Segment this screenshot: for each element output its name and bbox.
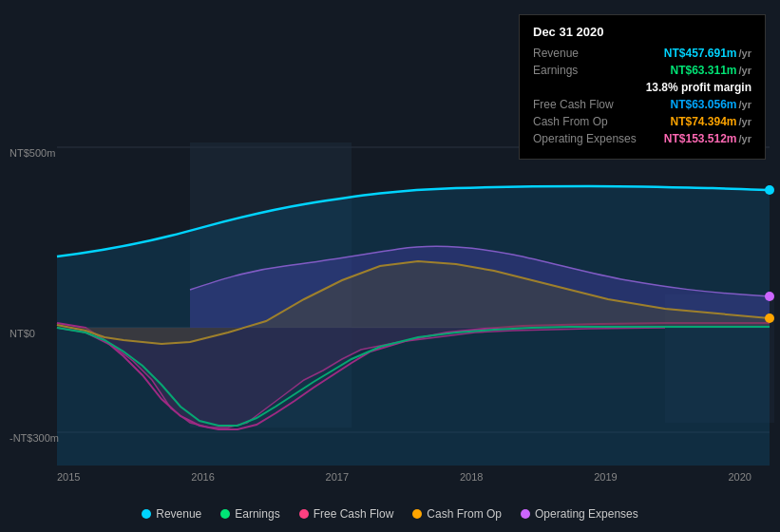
tooltip-date: Dec 31 2020 [533,25,751,39]
svg-point-6 [765,185,774,195]
y-label-500m: NT$500m [10,147,55,159]
legend-label-earnings: Earnings [235,507,279,521]
x-label-2016: 2016 [191,471,214,483]
tooltip-row-opex: Operating Expenses NT$153.512m/yr [533,132,751,145]
legend-dot-cashfromop [412,509,422,519]
y-label-0: NT$0 [10,328,35,339]
tooltip-value-opex: NT$153.512m/yr [664,132,751,145]
tooltip-row-revenue: Revenue NT$457.691m/yr [533,47,751,60]
tooltip-value-cashfromop: NT$74.394m/yr [670,115,751,128]
tooltip-label-fcf: Free Cash Flow [533,98,628,111]
legend-item-opex[interactable]: Operating Expenses [521,507,638,521]
x-label-2017: 2017 [326,471,349,483]
tooltip-row-cashfromop: Cash From Op NT$74.394m/yr [533,115,751,128]
tooltip-value-margin: 13.8% profit margin [646,81,751,94]
tooltip-row-fcf: Free Cash Flow NT$63.056m/yr [533,98,751,111]
legend-item-earnings[interactable]: Earnings [220,507,279,521]
tooltip-box: Dec 31 2020 Revenue NT$457.691m/yr Earni… [519,14,766,160]
legend-label-revenue: Revenue [156,507,201,521]
x-label-2020: 2020 [728,471,751,483]
legend-dot-revenue [142,509,151,519]
tooltip-label-opex: Operating Expenses [533,132,637,145]
x-label-2015: 2015 [57,471,80,483]
legend-dot-opex [521,509,530,519]
tooltip-label-earnings: Earnings [533,64,628,77]
legend-label-opex: Operating Expenses [535,507,638,521]
x-axis: 2015 2016 2017 2018 2019 2020 [0,471,780,483]
legend-dot-earnings [220,509,230,519]
tooltip-value-fcf: NT$63.056m/yr [670,98,751,111]
tooltip-row-earnings: Earnings NT$63.311m/yr [533,64,751,77]
tooltip-value-revenue: NT$457.691m/yr [664,47,751,60]
legend-label-cashfromop: Cash From Op [427,507,502,521]
legend-item-fcf[interactable]: Free Cash Flow [299,507,394,521]
legend-dot-fcf [299,509,309,519]
chart-container: NT$500m NT$0 -NT$300m Dec 31 2020 Revenu… [0,0,780,532]
tooltip-label-cashfromop: Cash From Op [533,115,628,128]
legend-item-revenue[interactable]: Revenue [142,507,201,521]
svg-point-7 [765,292,774,301]
legend-item-cashfromop[interactable]: Cash From Op [412,507,502,521]
legend-label-fcf: Free Cash Flow [314,507,394,521]
tooltip-value-earnings: NT$63.311m/yr [670,64,751,77]
tooltip-label-revenue: Revenue [533,47,628,60]
svg-point-8 [765,314,774,323]
x-label-2019: 2019 [594,471,617,483]
legend: Revenue Earnings Free Cash Flow Cash Fro… [0,507,780,521]
y-label-neg300m: -NT$300m [10,432,59,444]
x-label-2018: 2018 [460,471,483,483]
tooltip-row-margin: 13.8% profit margin [533,81,751,94]
